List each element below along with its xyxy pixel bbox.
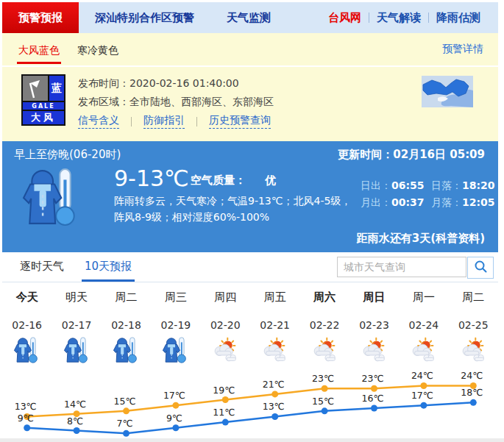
- temp-label: 11℃: [213, 407, 235, 418]
- temp-label: 24℃: [411, 370, 433, 381]
- temp-label: 19℃: [213, 385, 235, 396]
- temp-point[interactable]: [271, 391, 278, 397]
- search-button[interactable]: [467, 257, 494, 279]
- day-label[interactable]: 周五: [250, 290, 299, 304]
- sun-cloud-icon: [460, 337, 487, 367]
- temp-label: 23℃: [312, 373, 334, 384]
- warning-tab-gale-blue[interactable]: 大风蓝色: [17, 35, 61, 64]
- sun-cloud-icon: [261, 337, 288, 367]
- sign-code-text: GALE: [23, 102, 64, 110]
- temp-label: 23℃: [362, 373, 384, 384]
- warning-info: 发布时间：2020-02-16 01:40:00 发布区域：全市陆地、西部海区、…: [78, 74, 274, 111]
- link-separator: [196, 117, 197, 126]
- warning-area-map[interactable]: [422, 76, 473, 107]
- temp-point[interactable]: [123, 430, 129, 437]
- day-date: 02-22: [299, 319, 349, 331]
- sunset-label: 日落：: [431, 179, 462, 191]
- temp-label: 16℃: [362, 393, 384, 404]
- flag-icon: [23, 76, 48, 101]
- horizontal-scrollbar[interactable]: [0, 438, 504, 442]
- warning-links: 信号含义 防御指引 历史预警查询: [78, 114, 271, 129]
- sun-cloud-icon: [361, 337, 388, 367]
- temp-point[interactable]: [123, 407, 129, 414]
- temp-label: 14℃: [64, 399, 86, 410]
- gale-blue-warning-sign: 蓝 GALE 大风: [21, 74, 65, 126]
- day-label[interactable]: 周四: [201, 290, 250, 304]
- cold-icon: [113, 337, 140, 367]
- day-label[interactable]: 周六: [299, 290, 349, 304]
- issue-time-label: 发布时间：: [78, 77, 129, 89]
- rain-solar-term-countdown[interactable]: 距雨水还有3天(科普资料): [357, 232, 485, 246]
- temperature-chart: 13℃14℃15℃17℃19℃21℃23℃23℃24℃24℃9℃8℃7℃9℃11…: [2, 368, 498, 442]
- sign-level-text: 蓝: [49, 76, 64, 101]
- day-label[interactable]: 周日: [349, 290, 399, 304]
- sunrise: 日出：06:55: [361, 179, 431, 193]
- day-date: 02-21: [250, 319, 299, 331]
- link-warning-history[interactable]: 历史预警查询: [209, 114, 271, 129]
- temp-point[interactable]: [74, 427, 80, 434]
- warning-tab-cold-yellow[interactable]: 寒冷黄色: [76, 35, 120, 64]
- top-nav: 预警预报 深汕特别合作区预警 天气监测 台风网 天气解读 降雨估测: [2, 2, 498, 33]
- warning-detail-link[interactable]: 预警详情: [442, 43, 483, 56]
- temp-label: 15℃: [114, 396, 136, 407]
- temp-point[interactable]: [470, 399, 477, 406]
- tab-hourly-weather[interactable]: 逐时天气: [17, 260, 67, 282]
- tab-weather-monitor[interactable]: 天气监测: [210, 2, 287, 33]
- temp-label: 17℃: [163, 390, 185, 401]
- day-date: 02-18: [102, 319, 151, 331]
- temp-label: 24℃: [461, 370, 483, 381]
- day-date: 02-24: [399, 319, 448, 331]
- sunset: 日落：18:20: [431, 179, 502, 193]
- forecast-tab-bar: 逐时天气 10天预报: [2, 252, 498, 282]
- day-label[interactable]: 明天: [52, 290, 101, 304]
- moonset: 月落：12:05: [431, 196, 502, 210]
- day-label[interactable]: 周一: [399, 290, 448, 304]
- tab-ten-day-forecast[interactable]: 10天预报: [82, 260, 135, 282]
- day-date: 02-17: [52, 319, 101, 331]
- temp-line-low: [27, 402, 474, 433]
- temp-point[interactable]: [322, 407, 328, 414]
- link-rain-estimate[interactable]: 降雨估测: [429, 11, 488, 25]
- day-date: 02-19: [151, 319, 200, 331]
- link-separator: [131, 117, 132, 126]
- temp-point[interactable]: [222, 419, 229, 426]
- issue-area-row: 发布区域：全市陆地、西部海区、东部海区: [78, 93, 274, 111]
- moonset-value: 12:05: [462, 196, 495, 208]
- day-icons-row: [2, 337, 498, 367]
- temp-point[interactable]: [371, 385, 377, 392]
- search-icon: [474, 260, 487, 276]
- temp-point[interactable]: [222, 396, 229, 403]
- temp-point[interactable]: [271, 413, 278, 420]
- temp-point[interactable]: [420, 382, 427, 389]
- weather-description: 阵雨转多云，天气寒冷；气温9-13℃；北风4-5级，阵风8-9级；相对湿度60%…: [114, 193, 357, 225]
- cold-weather-icon: [21, 168, 82, 231]
- sign-name-text: 大风: [23, 111, 64, 124]
- day-label[interactable]: 周二: [449, 290, 498, 304]
- link-weather-interpretation[interactable]: 天气解读: [369, 11, 428, 25]
- link-signal-meaning[interactable]: 信号含义: [78, 114, 119, 129]
- day-label[interactable]: 今天: [2, 290, 52, 304]
- day-label[interactable]: 周二: [102, 290, 151, 304]
- temp-point[interactable]: [322, 385, 328, 392]
- moonrise: 月出：00:37: [361, 196, 431, 210]
- current-conditions-panel: 早上至傍晚(06-20时) 更新时间：02月16日 05:09 9-13℃ 空气…: [2, 141, 498, 252]
- warning-body: 蓝 GALE 大风 发布时间：2020-02-16 01:40:00 发布区域：…: [2, 67, 498, 141]
- link-typhoon-net[interactable]: 台风网: [321, 11, 369, 25]
- day-date: 02-20: [201, 319, 250, 331]
- moonset-label: 月落：: [431, 196, 462, 208]
- tab-shenshan-warning[interactable]: 深汕特别合作区预警: [79, 2, 210, 33]
- temp-point[interactable]: [172, 424, 179, 431]
- issue-area-value: 全市陆地、西部海区、东部海区: [129, 96, 274, 107]
- tab-warning-forecast[interactable]: 预警预报: [2, 2, 79, 33]
- link-defense-guide[interactable]: 防御指引: [143, 114, 185, 129]
- temp-point[interactable]: [24, 424, 30, 431]
- day-label[interactable]: 周三: [151, 290, 200, 304]
- warning-section: 大风蓝色 寒冷黄色 预警详情 蓝 GALE 大风 发布时间：2020-02-: [2, 33, 498, 141]
- temp-point[interactable]: [172, 402, 179, 409]
- temp-point[interactable]: [420, 402, 427, 409]
- cold-icon: [162, 337, 189, 367]
- city-search-input[interactable]: [337, 257, 466, 277]
- temp-point[interactable]: [371, 405, 377, 412]
- sun-cloud-icon: [410, 337, 437, 367]
- temp-label: 15℃: [312, 396, 334, 407]
